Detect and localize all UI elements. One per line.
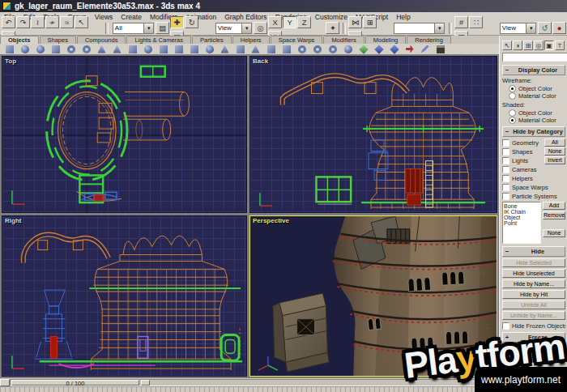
shelf-tab-space-warps[interactable]: Space Warps xyxy=(271,36,323,44)
object-name-field[interactable] xyxy=(502,53,567,62)
shelf-cylinder-icon[interactable] xyxy=(49,45,62,54)
checkbox-space-warps[interactable] xyxy=(502,184,509,191)
viewport-right-label[interactable]: Right xyxy=(5,217,21,224)
shelf-tab-helpers[interactable]: Helpers xyxy=(232,36,270,44)
radio-material-color[interactable] xyxy=(509,117,516,124)
menu-graph-editors[interactable]: Graph Editors xyxy=(220,13,271,21)
shelf-capsule-icon[interactable] xyxy=(202,45,216,54)
bind-to-space-warp-icon[interactable]: ≈ xyxy=(60,16,74,28)
viewport-right[interactable]: Right xyxy=(2,215,247,377)
viewport-back-label[interactable]: Back xyxy=(253,58,268,65)
checkbox-particle-systems[interactable] xyxy=(502,193,509,200)
checkbox-geometry[interactable] xyxy=(502,139,509,147)
checkbox-helpers[interactable] xyxy=(502,175,509,182)
shelf-prism-icon[interactable] xyxy=(249,45,262,54)
shelf-gengon-icon[interactable] xyxy=(233,45,247,54)
shelf-spindle-icon[interactable] xyxy=(218,45,232,54)
render-type-dropdown[interactable]: View ▾ xyxy=(500,23,537,34)
shelf-cone-icon[interactable] xyxy=(110,45,124,54)
rollout-hide-by-category[interactable]: − Hide by Category xyxy=(502,126,565,137)
list-item[interactable]: IK Chain Object xyxy=(504,209,539,220)
list-item[interactable]: Bone xyxy=(504,203,539,209)
mirror-icon[interactable]: ⋈ xyxy=(348,16,362,28)
select-and-manipulate-icon[interactable]: ✦ xyxy=(326,22,339,34)
radio-object-color[interactable] xyxy=(509,109,516,117)
hide-selected-button[interactable]: Hide Selected xyxy=(502,258,565,267)
radio-material-color[interactable] xyxy=(509,92,516,100)
shelf-l-ext-icon[interactable] xyxy=(264,45,278,54)
shelf-tab-rendering[interactable]: Rendering xyxy=(407,36,451,44)
hide-by-hit-button[interactable]: Hide by Hit xyxy=(502,290,565,299)
shelf-tab-objects[interactable]: Objects xyxy=(0,36,39,44)
undo-icon[interactable]: ↶ xyxy=(2,16,15,28)
hierarchy-tab[interactable]: ⊞ xyxy=(523,40,533,50)
shelf-hose-icon[interactable] xyxy=(326,45,339,54)
redo-icon[interactable]: ↷ xyxy=(16,16,30,28)
schematic-view-icon[interactable]: # xyxy=(454,16,468,28)
select-and-move-icon[interactable]: ✚ xyxy=(170,16,184,28)
selection-filter-dropdown[interactable]: All ▾ xyxy=(113,23,155,34)
shelf-tab-compounds[interactable]: Compounds xyxy=(77,36,126,44)
viewport-perspective-label[interactable]: Perspective xyxy=(253,217,289,224)
shelf-tab-modeling[interactable]: Modeling xyxy=(365,36,406,44)
shelf-hedra-icon[interactable] xyxy=(341,45,355,54)
hide-frozen-objects-checkbox[interactable] xyxy=(502,322,509,330)
category-list[interactable]: BoneIK Chain ObjectPoint xyxy=(502,202,541,244)
shelf-c-ext-icon[interactable] xyxy=(279,45,293,54)
shelf-geosphere-icon[interactable] xyxy=(33,45,47,54)
list-item[interactable]: Point xyxy=(504,220,539,226)
checkbox-lights[interactable] xyxy=(502,157,509,164)
add-category-button[interactable]: Add xyxy=(543,202,565,210)
shelf-star-green-icon[interactable] xyxy=(356,45,370,54)
shelf-torus-icon[interactable] xyxy=(79,45,93,54)
none-button[interactable]: None xyxy=(544,147,565,156)
shelf-teapot-icon[interactable] xyxy=(141,45,155,54)
time-slider-handle[interactable]: 0 / 100 xyxy=(11,380,139,386)
axis-constraint-x-button[interactable]: X xyxy=(268,16,282,28)
shelf-torus-knot-icon[interactable] xyxy=(295,45,309,54)
unlink-selection-icon[interactable]: ≁ xyxy=(45,16,59,28)
shelf-chamfer-cylinder-icon[interactable] xyxy=(172,45,185,54)
shelf-ring-wave-icon[interactable] xyxy=(310,45,324,54)
checkbox-cameras[interactable] xyxy=(502,166,509,173)
create-tab[interactable]: ↖ xyxy=(502,40,512,50)
viewport-top-label[interactable]: Top xyxy=(5,58,16,65)
shelf-render-board-icon[interactable] xyxy=(433,45,447,54)
render-last-icon[interactable]: ↺ xyxy=(538,22,552,34)
menu-create[interactable]: Create xyxy=(117,13,146,21)
display-tab[interactable]: ▣ xyxy=(544,40,554,50)
shelf-tab-particles[interactable]: Particles xyxy=(192,36,232,44)
quick-render-icon[interactable]: ● xyxy=(552,22,566,34)
shelf-tab-modifiers[interactable]: Modifiers xyxy=(323,36,364,44)
shelf-box-icon[interactable] xyxy=(2,45,16,54)
none-category-button[interactable]: None xyxy=(543,229,565,237)
shelf-pencil-icon[interactable] xyxy=(418,45,432,54)
hide-unselected-button[interactable]: Hide Unselected xyxy=(502,269,565,278)
menu-help[interactable]: Help xyxy=(392,13,414,21)
shelf-diamond-purple-icon[interactable] xyxy=(387,45,401,54)
all-button[interactable]: All xyxy=(544,138,565,147)
checkbox-shapes[interactable] xyxy=(502,148,509,156)
viewport-top[interactable]: Top xyxy=(2,56,247,213)
material-editor-icon[interactable]: ∷ xyxy=(469,16,483,28)
invert-button[interactable]: Invert xyxy=(544,156,565,164)
unhide-all-button[interactable]: Unhide All xyxy=(502,300,565,309)
coord-system-dropdown[interactable]: View ▾ xyxy=(215,23,253,34)
shelf-tab-shapes[interactable]: Shapes xyxy=(40,36,76,44)
shelf-sphere-icon[interactable] xyxy=(18,45,32,54)
unhide-by-name-button[interactable]: Unhide by Name... xyxy=(502,311,565,320)
radio-object-color[interactable] xyxy=(509,85,516,92)
shelf-tab-lights-cameras[interactable]: Lights & Cameras xyxy=(126,36,191,44)
remove-category-button[interactable]: Remove xyxy=(543,211,565,219)
select-object-icon[interactable]: ↖ xyxy=(75,16,88,28)
use-pivot-point-center-icon[interactable]: ◎ xyxy=(254,22,267,34)
rollout-hide[interactable]: − Hide xyxy=(502,246,565,257)
shelf-chamfer-box-icon[interactable] xyxy=(156,45,170,54)
time-slider-left-button[interactable] xyxy=(0,379,10,386)
select-by-name-icon[interactable]: ▤ xyxy=(156,22,169,34)
shelf-arrow-red-icon[interactable] xyxy=(403,45,416,54)
modify-tab[interactable]: ◑ xyxy=(513,40,522,50)
next-frame-button[interactable] xyxy=(141,380,150,386)
utilities-tab[interactable]: T xyxy=(555,40,565,50)
select-and-rotate-icon[interactable]: ↻ xyxy=(185,16,198,28)
